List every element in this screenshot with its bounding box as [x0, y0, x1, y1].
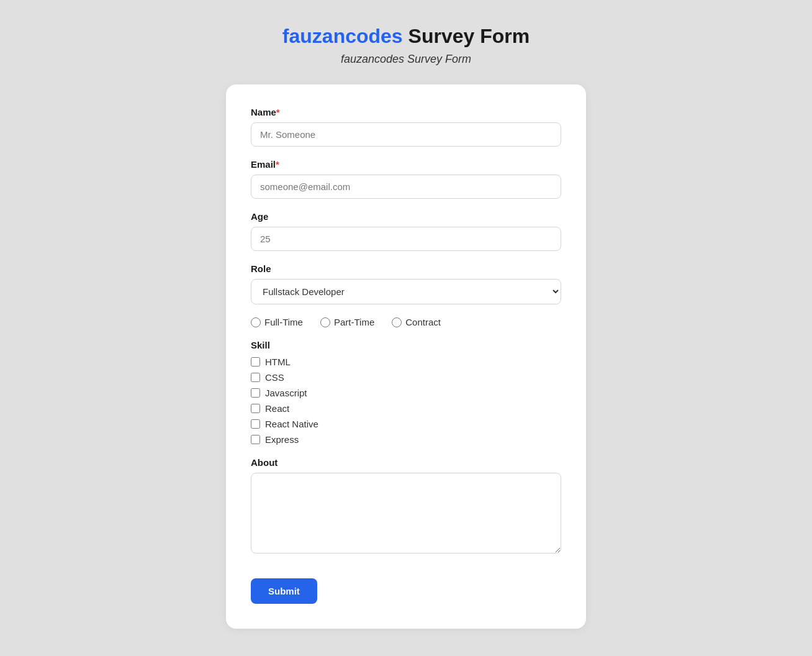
skill-section: Skill HTML CSS Javascript React — [251, 340, 561, 445]
page-subtitle: fauzancodes Survey Form — [282, 53, 530, 66]
role-group: Role Fullstack Developer Frontend Develo… — [251, 263, 561, 304]
page-header: fauzancodes Survey Form fauzancodes Surv… — [282, 25, 530, 66]
email-group: Email* — [251, 159, 561, 199]
react-checkbox[interactable] — [251, 404, 260, 413]
css-checkbox-label[interactable]: CSS — [251, 372, 561, 383]
name-required: * — [276, 107, 280, 117]
title-rest: Survey Form — [403, 25, 530, 47]
name-label: Name* — [251, 107, 561, 117]
html-checkbox-label[interactable]: HTML — [251, 357, 561, 367]
html-label: HTML — [265, 357, 291, 367]
javascript-label: Javascript — [265, 388, 307, 398]
react-native-label: React Native — [265, 419, 318, 429]
parttime-radio[interactable] — [320, 317, 330, 327]
parttime-label: Part-Time — [334, 317, 374, 327]
about-textarea[interactable] — [251, 473, 561, 554]
submit-button[interactable]: Submit — [251, 578, 317, 604]
react-native-checkbox[interactable] — [251, 419, 260, 429]
name-group: Name* — [251, 107, 561, 147]
role-label: Role — [251, 263, 561, 274]
css-label: CSS — [265, 372, 284, 383]
fulltime-radio[interactable] — [251, 317, 261, 327]
email-required: * — [276, 159, 279, 170]
age-input[interactable] — [251, 227, 561, 251]
javascript-checkbox[interactable] — [251, 388, 260, 398]
css-checkbox[interactable] — [251, 373, 260, 382]
about-group: About — [251, 457, 561, 556]
age-group: Age — [251, 211, 561, 251]
contract-radio-label[interactable]: Contract — [392, 317, 441, 327]
brand-text: fauzancodes — [282, 25, 403, 47]
role-select[interactable]: Fullstack Developer Frontend Developer B… — [251, 279, 561, 304]
parttime-radio-label[interactable]: Part-Time — [320, 317, 374, 327]
express-checkbox-label[interactable]: Express — [251, 434, 561, 445]
email-label: Email* — [251, 159, 561, 170]
name-input[interactable] — [251, 122, 561, 147]
skill-checkbox-group: HTML CSS Javascript React React Native — [251, 357, 561, 445]
age-label: Age — [251, 211, 561, 222]
page-title: fauzancodes Survey Form — [282, 25, 530, 48]
skill-label: Skill — [251, 340, 561, 350]
react-label: React — [265, 403, 289, 414]
employment-group: Full-Time Part-Time Contract — [251, 317, 561, 327]
javascript-checkbox-label[interactable]: Javascript — [251, 388, 561, 398]
express-checkbox[interactable] — [251, 435, 260, 444]
contract-radio[interactable] — [392, 317, 402, 327]
form-card: Name* Email* Age Role Fullstack Develope… — [226, 84, 586, 629]
react-checkbox-label[interactable]: React — [251, 403, 561, 414]
fulltime-radio-label[interactable]: Full-Time — [251, 317, 303, 327]
contract-label: Contract — [405, 317, 441, 327]
about-label: About — [251, 457, 561, 468]
react-native-checkbox-label[interactable]: React Native — [251, 419, 561, 429]
express-label: Express — [265, 434, 299, 445]
html-checkbox[interactable] — [251, 357, 260, 367]
email-input[interactable] — [251, 175, 561, 199]
fulltime-label: Full-Time — [264, 317, 303, 327]
survey-form: Name* Email* Age Role Fullstack Develope… — [251, 107, 561, 604]
